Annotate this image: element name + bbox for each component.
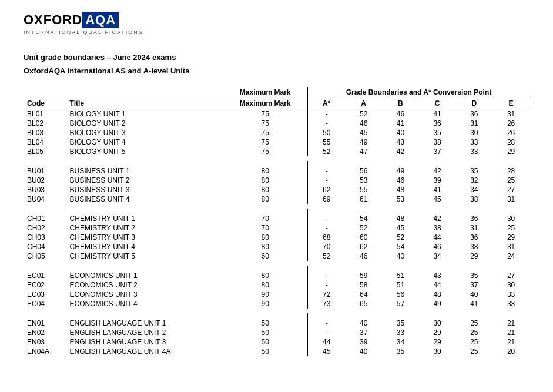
cell-a: 46 (345, 119, 382, 128)
cell-d: 36 (455, 233, 492, 242)
cell-title: ECONOMICS UNIT 2 (66, 280, 223, 290)
cell-c: 46 (419, 242, 456, 252)
cell-title: CHEMISTRY UNIT 3 (66, 233, 223, 242)
table-body: BL01BIOLOGY UNIT 175-5246413631BL02BIOLO… (24, 109, 529, 357)
cell-e: 25 (492, 176, 529, 185)
cell-astar: - (307, 119, 345, 128)
cell-e: 24 (492, 252, 529, 263)
cell-max: 80 (223, 195, 307, 206)
table-row: EC02ECONOMICS UNIT 280-5851443730 (24, 280, 529, 290)
cell-max: 75 (223, 128, 307, 138)
cell-max: 50 (223, 337, 307, 347)
cell-b: 42 (382, 147, 419, 159)
cell-title: ECONOMICS UNIT 3 (66, 290, 223, 299)
cell-b: 43 (382, 138, 419, 147)
col-c-header: C (419, 98, 456, 109)
cell-b: 57 (382, 299, 419, 311)
table-row: EN01ENGLISH LANGUAGE UNIT 150-4035302521 (24, 311, 529, 328)
table-row: EC01ECONOMICS UNIT 180-5951433527 (24, 263, 529, 280)
cell-max: 75 (223, 138, 307, 147)
cell-b: 35 (382, 347, 419, 356)
cell-e: 21 (492, 328, 529, 337)
cell-b: 56 (382, 290, 419, 299)
col-a-header: A (345, 98, 382, 109)
cell-e: 20 (492, 347, 529, 356)
table-row: BU04BUSINESS UNIT 480696153453831 (24, 195, 529, 206)
cell-a: 61 (345, 195, 382, 206)
cell-title: ENGLISH LANGUAGE UNIT 3 (66, 337, 223, 347)
cell-a: 39 (345, 337, 382, 347)
cell-c: 42 (419, 206, 456, 223)
cell-d: 36 (455, 206, 492, 223)
page-subtitle: OxfordAQA International AS and A-level U… (24, 66, 529, 75)
cell-b: 41 (382, 119, 419, 128)
cell-title: BIOLOGY UNIT 5 (66, 147, 223, 159)
cell-max: 50 (223, 311, 307, 328)
col-code-header: Code (24, 98, 66, 109)
cell-a: 53 (345, 176, 382, 185)
table-row: BL04BIOLOGY UNIT 475554943383328 (24, 138, 529, 147)
cell-a: 60 (345, 233, 382, 242)
oxford-text: OXFORD (24, 12, 82, 28)
col-e-header: E (492, 98, 529, 109)
cell-title: BUSINESS UNIT 2 (66, 176, 223, 185)
aqa-box: AQA (82, 12, 119, 28)
col-mark-header: Maximum Mark (223, 98, 307, 109)
cell-c: 44 (419, 233, 456, 242)
cell-max: 50 (223, 328, 307, 337)
cell-e: 26 (492, 128, 529, 138)
cell-c: 45 (419, 195, 456, 206)
cell-e: 28 (492, 159, 529, 176)
table-row: EC03ECONOMICS UNIT 390726456484033 (24, 290, 529, 299)
cell-b: 54 (382, 242, 419, 252)
cell-code: EC04 (24, 299, 66, 311)
cell-e: 31 (492, 242, 529, 252)
cell-e: 33 (492, 290, 529, 299)
cell-max: 80 (223, 263, 307, 280)
cell-title: ENGLISH LANGUAGE UNIT 1 (66, 311, 223, 328)
cell-b: 46 (382, 109, 419, 119)
cell-c: 38 (419, 138, 456, 147)
cell-code: CH03 (24, 233, 66, 242)
cell-b: 45 (382, 223, 419, 233)
cell-title: ENGLISH LANGUAGE UNIT 2 (66, 328, 223, 337)
col-d-header: D (455, 98, 492, 109)
cell-a: 52 (345, 223, 382, 233)
cell-a: 65 (345, 299, 382, 311)
cell-max: 80 (223, 242, 307, 252)
cell-c: 43 (419, 263, 456, 280)
cell-max: 90 (223, 299, 307, 311)
cell-a: 62 (345, 242, 382, 252)
cell-astar: - (307, 109, 345, 119)
cell-max: 75 (223, 109, 307, 119)
cell-max: 90 (223, 290, 307, 299)
cell-title: BUSINESS UNIT 3 (66, 185, 223, 195)
cell-a: 55 (345, 185, 382, 195)
cell-a: 54 (345, 206, 382, 223)
col-b-header: B (382, 98, 419, 109)
cell-astar: - (307, 280, 345, 290)
col-code-title (24, 87, 223, 98)
cell-code: BL02 (24, 119, 66, 128)
cell-astar: 70 (307, 242, 345, 252)
cell-max: 75 (223, 147, 307, 159)
cell-title: BIOLOGY UNIT 3 (66, 128, 223, 138)
cell-d: 34 (455, 185, 492, 195)
cell-d: 32 (455, 176, 492, 185)
cell-title: BIOLOGY UNIT 4 (66, 138, 223, 147)
cell-c: 29 (419, 328, 456, 337)
table-row: BL05BIOLOGY UNIT 575524742373329 (24, 147, 529, 159)
cell-max: 60 (223, 252, 307, 263)
cell-astar: - (307, 311, 345, 328)
cell-astar: - (307, 176, 345, 185)
cell-code: BL04 (24, 138, 66, 147)
cell-max: 70 (223, 206, 307, 223)
table-sub-header: Code Title Maximum Mark A* A B C D E (24, 98, 529, 109)
cell-astar: 68 (307, 233, 345, 242)
cell-d: 41 (455, 299, 492, 311)
cell-a: 37 (345, 328, 382, 337)
cell-title: BUSINESS UNIT 4 (66, 195, 223, 206)
cell-e: 29 (492, 233, 529, 242)
table-row: CH05CHEMISTRY UNIT 560524640342924 (24, 252, 529, 263)
cell-code: BU04 (24, 195, 66, 206)
